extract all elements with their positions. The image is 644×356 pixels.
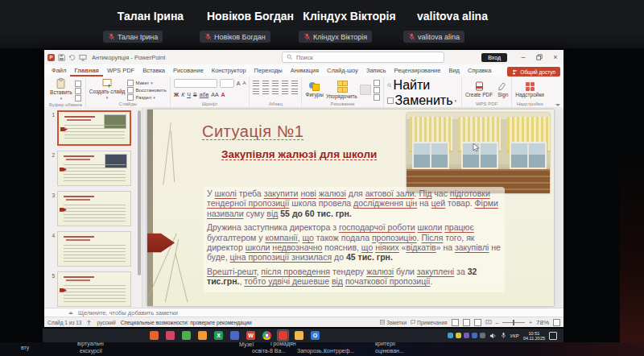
sign-button[interactable]: Sign — [497, 81, 508, 97]
thumbnail-scrollbar[interactable] — [138, 110, 141, 275]
font-glyph-button[interactable]: S — [193, 91, 197, 98]
slide-thumbnail[interactable]: 5 — [44, 271, 142, 307]
volume-icon[interactable] — [489, 333, 497, 339]
fit-slide-button[interactable] — [553, 319, 560, 326]
comments-toggle[interactable]: Примечания — [411, 320, 448, 325]
language-switcher[interactable]: УКР — [510, 333, 519, 338]
ribbon-tab-8[interactable]: Слайд-шоу — [323, 67, 362, 77]
paste-button[interactable]: Вставить▾ — [50, 78, 72, 101]
quick-styles-icon[interactable] — [360, 85, 371, 95]
line-spacing-icon[interactable] — [282, 81, 288, 86]
sign-in-button[interactable]: Вход — [481, 53, 507, 62]
search-input[interactable]: Поиск — [282, 52, 444, 63]
slideshow-view-button[interactable] — [485, 320, 492, 325]
microphone-icon[interactable] — [501, 332, 506, 339]
font-glyph-button[interactable]: Ж — [174, 91, 179, 98]
replace-button[interactable]: Заменить▾ — [387, 93, 456, 108]
taskbar-icon-folder[interactable] — [294, 330, 304, 341]
tray-teal[interactable] — [448, 333, 453, 338]
taskbar-icon-app-orange[interactable] — [197, 330, 208, 341]
shape-outline-icon[interactable] — [374, 87, 380, 93]
zoom-out-button[interactable]: – — [496, 320, 499, 325]
numbering-icon[interactable] — [262, 81, 269, 86]
slide-thumbnail[interactable]: 1 — [44, 110, 142, 146]
slideshow-icon[interactable] — [79, 54, 87, 61]
layout-button[interactable]: Макет▾ — [127, 80, 166, 86]
ribbon-tab-6[interactable]: Переходы — [250, 67, 287, 77]
slide-photo-classroom[interactable] — [407, 113, 550, 193]
taskbar-icon-app-blue[interactable] — [229, 330, 240, 341]
copy-icon[interactable] — [75, 88, 81, 94]
zoom-percent[interactable]: 78% — [536, 319, 549, 326]
close-button[interactable]: × — [547, 50, 564, 64]
ribbon-tab-0[interactable]: Файл — [47, 67, 70, 77]
create-pdf-button[interactable]: Create PDF — [465, 81, 493, 97]
taskbar-icon-excel[interactable]: X — [213, 330, 224, 341]
ribbon-tab-5[interactable]: Конструктор — [208, 67, 250, 77]
addins-button[interactable]: Надстройки — [515, 82, 544, 97]
bullets-icon[interactable] — [253, 81, 259, 86]
save-icon[interactable] — [58, 54, 65, 61]
indent-icon[interactable] — [272, 81, 279, 86]
language-indicator[interactable]: русский — [97, 320, 115, 325]
ribbon-tab-9[interactable]: Запись — [362, 67, 390, 77]
slide-thumbnail[interactable]: 3 — [44, 191, 142, 226]
zoom-slider[interactable] — [502, 322, 525, 323]
section-button[interactable]: Раздел▾ — [127, 94, 166, 101]
font-name-select[interactable] — [174, 79, 217, 88]
shrink-font-icon[interactable]: А — [242, 80, 246, 87]
taskbar-icon-opera[interactable] — [149, 330, 159, 341]
notes-toggle[interactable]: Заметки — [380, 320, 407, 325]
tray-gray[interactable] — [480, 333, 485, 338]
clock[interactable]: 10:51 04.11.2025 — [523, 331, 545, 341]
ribbon-tab-4[interactable]: Рисование — [169, 67, 208, 77]
restore-button[interactable] — [531, 50, 547, 64]
font-glyph-button[interactable]: абв — [200, 91, 209, 98]
tray-purple[interactable] — [464, 333, 469, 338]
find-button[interactable]: Найти — [387, 78, 431, 93]
arrange-button[interactable]: Упорядочить — [326, 81, 357, 99]
slide-thumbnail[interactable]: 2 — [44, 151, 142, 186]
cut-icon[interactable] — [75, 81, 81, 87]
shape-effects-icon[interactable] — [374, 94, 380, 101]
zoom-in-button[interactable]: + — [529, 320, 532, 325]
font-glyph-button[interactable]: К — [181, 91, 184, 98]
align-center-icon[interactable] — [262, 89, 269, 94]
columns-icon[interactable] — [291, 89, 298, 94]
tray-blue[interactable] — [472, 333, 477, 338]
slide-subtitle[interactable]: Закупівля жалюзі для школи — [221, 148, 377, 160]
ribbon-tab-2[interactable]: WPS PDF — [103, 67, 138, 77]
new-slide-button[interactable]: Создать слайд▾ — [89, 78, 126, 100]
taskbar-icon-chrome[interactable] — [262, 330, 272, 341]
slide-title[interactable]: Ситуація №1 — [202, 122, 303, 141]
slide-body-text[interactable]: У школі треба закупити нові жалюзі для а… — [204, 187, 505, 292]
share-button[interactable]: Общий доступ — [507, 67, 560, 77]
taskbar-icon-wps[interactable]: W — [246, 330, 256, 341]
format-painter-icon[interactable] — [75, 95, 81, 101]
shape-fill-icon[interactable] — [374, 80, 380, 86]
justify-icon[interactable] — [282, 89, 288, 94]
slide-thumbnail[interactable]: 4 — [44, 231, 142, 267]
notification-center-icon[interactable] — [549, 332, 557, 340]
normal-view-button[interactable] — [452, 319, 459, 326]
reset-button[interactable]: Восстановить — [127, 87, 166, 93]
taskbar-icon-outlook[interactable]: O — [310, 330, 320, 341]
taskbar-icon-app-pink[interactable] — [165, 330, 175, 341]
taskbar-icon-pdf[interactable] — [278, 330, 288, 341]
align-left-icon[interactable] — [253, 89, 259, 94]
ribbon-tab-7[interactable]: Анимация — [287, 67, 323, 77]
ribbon-tab-1[interactable]: Главная — [70, 67, 103, 77]
font-size-select[interactable] — [220, 79, 234, 88]
font-glyph-button[interactable]: А — [221, 91, 225, 98]
ribbon-tab-3[interactable]: Вставка — [138, 67, 169, 77]
taskbar-icon-app-green[interactable] — [181, 330, 192, 341]
reading-view-button[interactable] — [474, 319, 481, 326]
ribbon-tab-12[interactable]: Справка — [464, 67, 495, 77]
collapse-ribbon-icon[interactable] — [555, 104, 560, 106]
accessibility-check[interactable]: Специальные возможности: проверьте реком… — [121, 320, 252, 325]
slide-sorter-view-button[interactable] — [463, 319, 470, 326]
undo-icon[interactable] — [68, 54, 76, 61]
grow-font-icon[interactable]: А — [237, 80, 241, 87]
align-right-icon[interactable] — [272, 89, 279, 94]
tray-yellow[interactable] — [456, 333, 461, 338]
